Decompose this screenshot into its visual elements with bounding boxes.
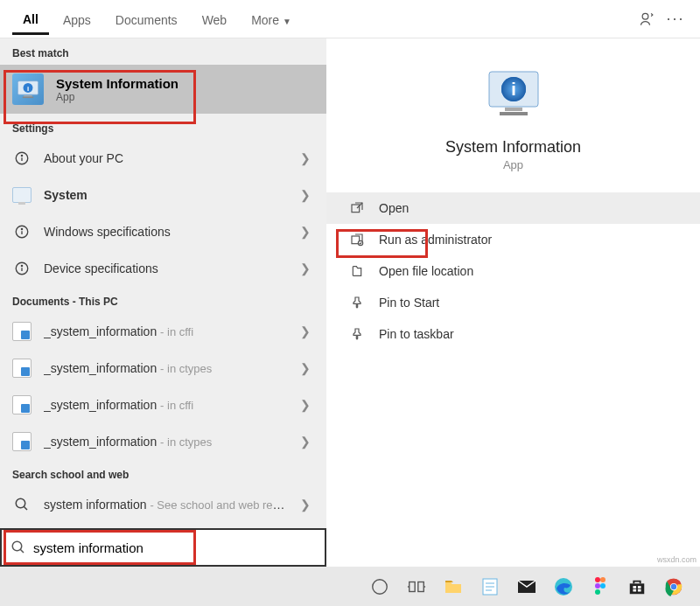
- pin-icon: [349, 296, 365, 310]
- chevron-right-icon: ❯: [300, 324, 314, 338]
- chrome-icon[interactable]: [662, 575, 686, 599]
- svg-point-53: [671, 583, 676, 589]
- svg-point-0: [642, 13, 648, 19]
- svg-point-15: [16, 498, 25, 508]
- taskbar: [0, 567, 700, 606]
- monitor-icon: [12, 185, 32, 205]
- settings-row-about-pc[interactable]: About your PC ❯: [0, 140, 326, 177]
- svg-rect-48: [638, 586, 641, 589]
- open-icon: [349, 201, 365, 215]
- file-icon: [12, 432, 32, 451]
- svg-point-14: [21, 265, 22, 266]
- svg-point-45: [595, 589, 600, 595]
- info-icon: [12, 149, 32, 168]
- document-row[interactable]: _system_information - in ctypes ❯: [0, 350, 326, 387]
- svg-point-28: [12, 541, 22, 551]
- settings-row-winspec[interactable]: Windows specifications ❯: [0, 213, 326, 250]
- section-documents: Documents - This PC: [0, 287, 326, 313]
- results-panel: Best match i System Information App Sett…: [0, 38, 326, 567]
- action-run-admin[interactable]: Run as administrator: [326, 224, 700, 255]
- svg-rect-50: [638, 589, 641, 591]
- folder-icon: [349, 264, 365, 278]
- svg-point-8: [21, 155, 22, 156]
- svg-rect-20: [505, 108, 522, 111]
- section-best-match: Best match: [0, 38, 326, 65]
- svg-line-29: [20, 549, 24, 553]
- detail-panel: i System Information App Open Run as adm…: [326, 38, 700, 567]
- chevron-right-icon: ❯: [300, 188, 314, 202]
- info-icon: [12, 259, 32, 278]
- tab-more[interactable]: More ▼: [241, 4, 302, 34]
- file-icon: [12, 395, 32, 414]
- detail-title: System Information: [445, 138, 581, 157]
- edge-icon[interactable]: [551, 575, 576, 599]
- action-pin-start[interactable]: Pin to Start: [326, 287, 700, 318]
- settings-row-system[interactable]: System ❯: [0, 177, 326, 213]
- section-web: Search school and web: [0, 460, 326, 486]
- document-row[interactable]: _system_information - in cffi ❯: [0, 387, 326, 423]
- file-explorer-icon[interactable]: [441, 575, 466, 599]
- tab-web[interactable]: Web: [192, 4, 238, 34]
- chevron-right-icon: ❯: [300, 498, 314, 512]
- svg-rect-49: [633, 589, 636, 591]
- best-match-item[interactable]: i System Information App: [0, 65, 326, 114]
- web-row[interactable]: system information - See school and web …: [0, 486, 326, 523]
- action-file-location[interactable]: Open file location: [326, 255, 700, 287]
- best-match-sub: App: [56, 91, 178, 103]
- task-view-icon[interactable]: [404, 575, 429, 599]
- figma-icon[interactable]: [588, 575, 612, 599]
- svg-point-30: [373, 579, 388, 594]
- file-icon: [12, 359, 32, 378]
- chevron-right-icon: ❯: [300, 361, 314, 375]
- mail-icon[interactable]: [514, 575, 539, 599]
- chevron-right-icon: ❯: [300, 398, 314, 412]
- svg-rect-46: [630, 583, 645, 594]
- svg-point-42: [600, 577, 606, 582]
- svg-point-44: [600, 583, 606, 589]
- svg-rect-31: [410, 582, 415, 591]
- svg-point-41: [595, 577, 600, 582]
- action-open[interactable]: Open: [326, 192, 700, 224]
- svg-line-16: [24, 506, 27, 510]
- file-icon: [12, 322, 32, 341]
- chevron-right-icon: ❯: [300, 151, 314, 165]
- feedback-icon[interactable]: [635, 7, 660, 31]
- tab-documents[interactable]: Documents: [105, 4, 188, 34]
- notepad-icon[interactable]: [478, 575, 502, 599]
- svg-text:i: i: [27, 85, 29, 93]
- settings-row-devspec[interactable]: Device specifications ❯: [0, 250, 326, 287]
- admin-icon: [349, 233, 365, 247]
- info-icon: [12, 222, 32, 241]
- svg-rect-25: [352, 205, 360, 212]
- chevron-right-icon: ❯: [300, 225, 314, 239]
- cortana-icon[interactable]: [368, 575, 392, 599]
- svg-rect-47: [633, 586, 636, 589]
- watermark: wsxdn.com: [657, 555, 696, 564]
- best-match-title: System Information: [56, 76, 178, 91]
- chevron-right-icon: ❯: [300, 261, 314, 275]
- document-row[interactable]: _system_information - in cffi ❯: [0, 313, 326, 350]
- tab-bar: All Apps Documents Web More ▼ ···: [0, 0, 700, 38]
- svg-text:i: i: [511, 80, 516, 99]
- pin-icon: [349, 327, 365, 341]
- section-settings: Settings: [0, 114, 326, 140]
- chevron-right-icon: ❯: [300, 435, 314, 449]
- header-more-icon[interactable]: ···: [663, 7, 688, 31]
- search-bar[interactable]: [0, 528, 326, 567]
- search-input[interactable]: [33, 540, 316, 555]
- detail-sub: App: [503, 158, 523, 171]
- svg-rect-21: [500, 112, 528, 115]
- svg-rect-3: [23, 97, 33, 99]
- document-row[interactable]: _system_information - in ctypes ❯: [0, 423, 326, 460]
- detail-app-icon: i: [482, 63, 545, 126]
- search-icon: [12, 495, 32, 514]
- store-icon[interactable]: [625, 575, 649, 599]
- svg-rect-2: [24, 95, 32, 97]
- tab-apps[interactable]: Apps: [52, 4, 102, 34]
- svg-point-43: [595, 583, 600, 589]
- action-pin-taskbar[interactable]: Pin to taskbar: [326, 318, 700, 350]
- system-information-icon: i: [12, 73, 44, 105]
- svg-point-11: [21, 228, 22, 229]
- tab-all[interactable]: All: [12, 3, 49, 35]
- search-icon: [10, 540, 26, 555]
